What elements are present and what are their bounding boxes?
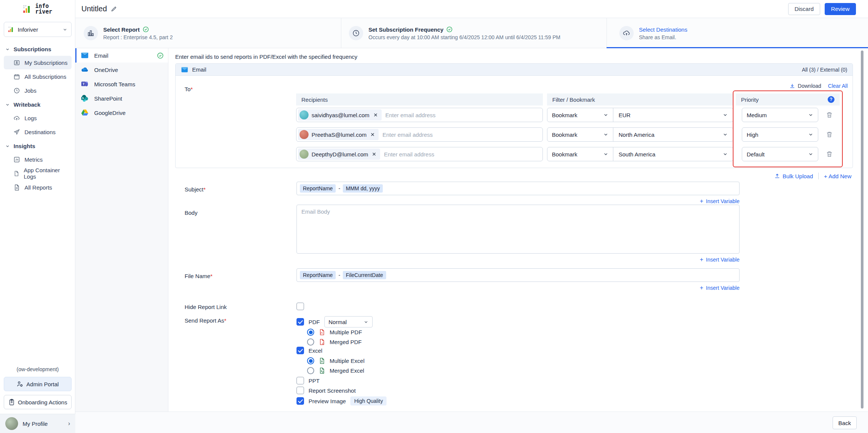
destination-microsoft-teams[interactable]: T Microsoft Teams	[75, 77, 168, 91]
sidebar-item-jobs[interactable]: Logs Jobs	[4, 84, 72, 97]
back-button[interactable]: Back	[833, 416, 857, 429]
report-screenshot-checkbox[interactable]	[296, 387, 304, 394]
pdf-checkbox[interactable]	[296, 318, 304, 326]
priority-dropdown[interactable]: Medium	[742, 108, 818, 122]
multiple-pdf-radio[interactable]	[307, 329, 314, 336]
review-button[interactable]: Review	[825, 3, 856, 15]
insert-variable-file-name[interactable]: + Insert Variable	[296, 285, 740, 291]
merged-excel-radio[interactable]	[307, 367, 314, 374]
teams-icon: T	[81, 80, 89, 88]
email-address-input[interactable]	[385, 112, 541, 118]
onboarding-actions-button[interactable]: Onboarding Actions	[4, 395, 72, 409]
filter-type-dropdown[interactable]: Bookmark	[547, 128, 613, 141]
priority-dropdown[interactable]: High	[742, 127, 818, 142]
variable-chip[interactable]: ReportName	[300, 271, 336, 279]
workspace-name: Inforiver	[18, 26, 60, 33]
top-bar: Untitled Discard Review	[75, 0, 868, 18]
recipient-email-field[interactable]: DeepthyD@lumel.com	[296, 147, 543, 161]
sidebar-item-app-container-logs[interactable]: App Container Logs	[4, 167, 72, 180]
chevron-down-icon	[723, 151, 728, 157]
variable-chip[interactable]: FileCurrentDate	[343, 271, 386, 279]
recipient-actions: Bulk Upload + Add New	[774, 173, 851, 179]
delete-recipient-icon[interactable]	[826, 131, 833, 138]
download-button[interactable]: Download	[789, 83, 821, 89]
app-window: inforiver Inforiver Subscriptions My Sub…	[0, 0, 868, 433]
recipient-email-field[interactable]: saividhyas@lumel.com	[296, 108, 543, 122]
nav-section-subscriptions[interactable]: Subscriptions	[0, 42, 75, 55]
download-icon	[789, 83, 795, 89]
variable-chip[interactable]: ReportName	[300, 184, 336, 193]
multiple-excel-radio[interactable]	[307, 357, 314, 364]
workspace-selector[interactable]: Inforiver	[4, 22, 72, 37]
nav-section-writeback[interactable]: Writeback	[0, 98, 75, 111]
preview-image-checkbox[interactable]	[296, 397, 304, 405]
merged-pdf-radio[interactable]	[307, 338, 314, 346]
hide-report-link-checkbox[interactable]	[296, 303, 304, 310]
remove-recipient-icon[interactable]	[370, 132, 375, 137]
excel-checkbox[interactable]	[296, 347, 304, 354]
bookmark-value-dropdown[interactable]: EUR	[613, 108, 733, 122]
filter-type-dropdown[interactable]: Bookmark	[547, 147, 613, 161]
remove-recipient-icon[interactable]	[373, 113, 378, 117]
pdf-option-row: PDF Normal	[296, 316, 373, 327]
destination-onedrive[interactable]: OneDrive	[75, 63, 168, 77]
step-select-destinations[interactable]: Select Destinations Share as Email.	[619, 18, 687, 48]
delete-recipient-icon[interactable]	[826, 111, 833, 118]
sidebar-item-my-subscriptions[interactable]: My Subscriptions	[4, 56, 72, 69]
edit-title-icon[interactable]	[111, 6, 117, 12]
chevron-down-icon	[723, 132, 728, 137]
recipient-email-field[interactable]: PreethaS@lumel.com	[296, 127, 543, 142]
sidebar: inforiver Inforiver Subscriptions My Sub…	[0, 0, 75, 433]
sidebar-item-all-reports[interactable]: All Reports	[4, 181, 72, 194]
filter-type-dropdown[interactable]: Bookmark	[547, 108, 613, 122]
insert-variable-body[interactable]: + Insert Variable	[296, 257, 740, 263]
file-name-field[interactable]: ReportName - FileCurrentDate	[296, 268, 740, 282]
nav-section-insights[interactable]: Insights	[0, 139, 75, 152]
variable-chip[interactable]: MMM dd, yyyy	[343, 184, 383, 193]
preview-image-option-row: Preview Image High Quality	[296, 396, 387, 405]
destination-googledrive[interactable]: GoogleDrive	[75, 106, 168, 120]
vertical-scrollbar[interactable]	[861, 50, 863, 409]
insert-variable-subject[interactable]: + Insert Variable	[296, 198, 740, 204]
bookmark-value-dropdown[interactable]: North America	[613, 128, 733, 141]
admin-portal-button[interactable]: Admin Portal	[4, 377, 72, 391]
step-set-frequency[interactable]: Set Subscription Frequency Occurs every …	[349, 18, 561, 48]
add-new-button[interactable]: + Add New	[824, 173, 851, 179]
svg-text:T: T	[83, 82, 85, 86]
ppt-checkbox[interactable]	[296, 377, 304, 384]
subject-field[interactable]: ReportName - MMM dd, yyyy	[296, 182, 740, 195]
priority-dropdown[interactable]: Default	[742, 147, 818, 161]
step-select-report[interactable]: Select Report Report : Enterprise 4.5, p…	[84, 18, 173, 48]
email-body-textarea[interactable]	[296, 205, 740, 254]
clipboard-icon	[8, 399, 15, 405]
pdf-mode-dropdown[interactable]: Normal	[324, 316, 373, 327]
page-title: Untitled	[81, 5, 107, 13]
clear-all-button[interactable]: Clear All	[828, 83, 848, 89]
sidebar-item-all-subscriptions[interactable]: All Subscriptions	[4, 70, 72, 83]
email-address-input[interactable]	[382, 132, 541, 138]
step-complete-icon	[446, 26, 452, 32]
priority-help-icon[interactable]: ?	[828, 96, 834, 103]
inforiver-logo-icon	[23, 4, 32, 14]
delete-recipient-icon[interactable]	[826, 150, 833, 158]
column-header-recipients: Recipients	[296, 93, 543, 106]
avatar	[300, 110, 309, 119]
multiple-excel-option: Multiple Excel	[307, 357, 365, 364]
remove-recipient-icon[interactable]	[372, 152, 376, 156]
chevron-down-icon	[5, 103, 10, 107]
quality-badge[interactable]: High Quality	[350, 396, 387, 405]
destination-email[interactable]: Email	[75, 48, 168, 63]
recipient-counts: All (3) / External (0)	[802, 67, 847, 73]
bulk-upload-button[interactable]: Bulk Upload	[774, 173, 813, 179]
sidebar-item-metrics[interactable]: Metrics	[4, 153, 72, 166]
bookmark-value-dropdown[interactable]: South America	[613, 147, 733, 161]
chevron-down-icon	[5, 47, 10, 52]
sidebar-item-destinations[interactable]: Destinations	[4, 125, 72, 139]
email-address-input[interactable]	[384, 151, 541, 158]
my-profile-button[interactable]: My Profile ›	[0, 414, 75, 433]
destination-sharepoint[interactable]: S SharePoint	[75, 91, 168, 106]
upload-icon	[774, 173, 780, 179]
discard-button[interactable]: Discard	[788, 3, 820, 15]
sidebar-item-logs[interactable]: Logs	[4, 111, 72, 125]
clock-icon	[14, 87, 20, 94]
